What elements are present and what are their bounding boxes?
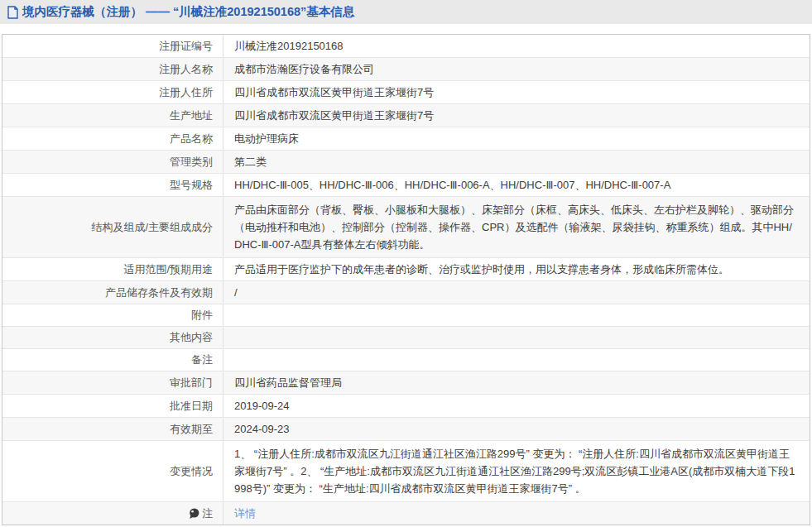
registration-info-table: 注册证编号 川械注准20192150168 注册人名称 成都市浩瀚医疗设备有限公… <box>2 34 810 525</box>
row-label: 附件 <box>2 304 223 326</box>
row-label: 注册人住所 <box>2 81 223 103</box>
row-label: 管理类别 <box>2 151 223 173</box>
row-label: 变更情况 <box>2 441 223 501</box>
table-row: 附件 <box>2 304 810 326</box>
row-label: 注册人名称 <box>2 58 223 80</box>
row-value <box>223 304 810 326</box>
table-row: 变更情况 1、 “注册人住所:成都市双流区九江街道通江社区渔江路299号” 变更… <box>2 440 810 501</box>
document-icon <box>7 6 19 19</box>
row-value: 产品适用于医疗监护下的成年患者的诊断、治疗或监护时使用，用以支撑患者身体，形成临… <box>223 258 810 280</box>
row-label: 适用范围/预期用途 <box>2 258 223 280</box>
note-label: 注 <box>202 505 213 522</box>
note-balloon-icon <box>189 508 199 520</box>
table-row: 注册人住所 四川省成都市双流区黄甲街道王家堰街7号 <box>2 80 810 103</box>
row-label: 注 <box>2 502 223 525</box>
row-value: HH/DHC-Ⅲ-005、HH/DHC-Ⅲ-006、HH/DHC-Ⅲ-006-A… <box>223 174 810 196</box>
row-label: 备注 <box>2 349 223 371</box>
row-value <box>223 349 810 371</box>
row-label: 产品名称 <box>2 127 223 150</box>
row-value: 四川省成都市双流区黄甲街道王家堰街7号 <box>223 81 810 103</box>
row-value <box>223 327 810 348</box>
table-row: 有效期至 2024-09-23 <box>2 417 810 440</box>
table-row: 产品名称 电动护理病床 <box>2 127 810 150</box>
row-value: 2019-09-24 <box>223 395 810 417</box>
row-value: 川械注准20192150168 <box>223 35 810 57</box>
table-row: 适用范围/预期用途 产品适用于医疗监护下的成年患者的诊断、治疗或监护时使用，用以… <box>2 257 810 280</box>
row-label: 产品储存条件及有效期 <box>2 281 223 304</box>
row-label: 批准日期 <box>2 395 223 417</box>
row-value: / <box>223 281 810 304</box>
row-value: 产品由床面部分（背板、臀板、小腿板和大腿板）、床架部分（床框、高床头、低床头、左… <box>223 197 810 257</box>
row-label: 生产地址 <box>2 104 223 127</box>
table-row: 产品储存条件及有效期 / <box>2 280 810 304</box>
row-label: 其他内容 <box>2 327 223 348</box>
row-value: 1、 “注册人住所:成都市双流区九江街道通江社区渔江路299号” 变更为： “注… <box>223 441 810 501</box>
row-value: 四川省药品监督管理局 <box>223 371 810 394</box>
table-row: 管理类别 第二类 <box>2 150 810 173</box>
row-value: 电动护理病床 <box>223 127 810 150</box>
row-label: 审批部门 <box>2 371 223 394</box>
row-label: 注册证编号 <box>2 35 223 57</box>
page-title: 境内医疗器械（注册） —— “川械注准20192150168”基本信息 <box>22 4 354 20</box>
table-row: 结构及组成/主要组成成分 产品由床面部分（背板、臀板、小腿板和大腿板）、床架部分… <box>2 196 810 257</box>
table-row: 其他内容 <box>2 326 810 348</box>
table-row: 审批部门 四川省药品监督管理局 <box>2 371 810 394</box>
table-row: 注册人名称 成都市浩瀚医疗设备有限公司 <box>2 57 810 80</box>
row-label: 型号规格 <box>2 174 223 196</box>
row-value: 成都市浩瀚医疗设备有限公司 <box>223 58 810 80</box>
detail-link[interactable]: 详情 <box>234 505 256 522</box>
table-row: 型号规格 HH/DHC-Ⅲ-005、HH/DHC-Ⅲ-006、HH/DHC-Ⅲ-… <box>2 173 810 196</box>
row-label: 有效期至 <box>2 418 223 440</box>
row-value: 四川省成都市双流区黄甲街道王家堰街7号 <box>223 104 810 127</box>
row-label: 结构及组成/主要组成成分 <box>2 197 223 257</box>
table-row-note: 注 详情 <box>2 501 810 525</box>
table-row: 备注 <box>2 348 810 371</box>
row-value: 2024-09-23 <box>223 418 810 440</box>
table-row: 生产地址 四川省成都市双流区黄甲街道王家堰街7号 <box>2 103 810 127</box>
page-header: 境内医疗器械（注册） —— “川械注准20192150168”基本信息 <box>0 0 812 24</box>
row-value: 详情 <box>223 502 810 525</box>
table-row: 批准日期 2019-09-24 <box>2 394 810 417</box>
table-row: 注册证编号 川械注准20192150168 <box>2 35 810 57</box>
row-value: 第二类 <box>223 151 810 173</box>
